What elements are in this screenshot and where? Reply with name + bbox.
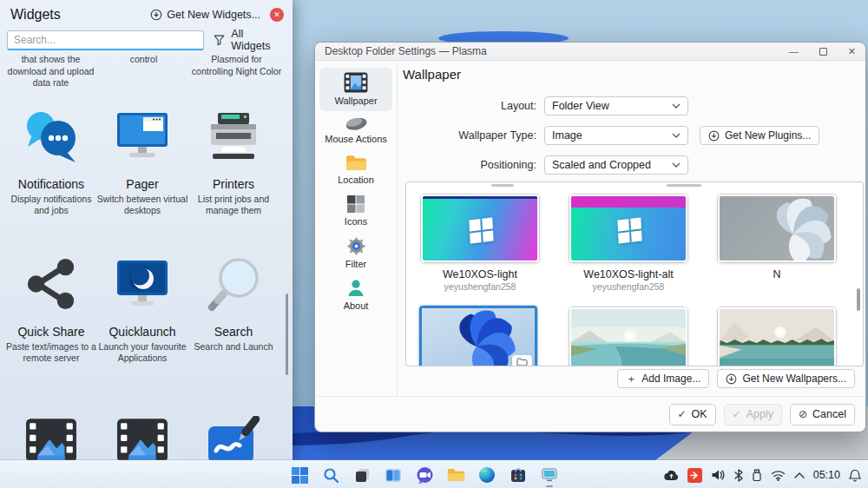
taskbar-clock[interactable]: 05:10 bbox=[813, 469, 840, 481]
layout-select[interactable]: Folder View bbox=[544, 96, 688, 115]
wallpaper-thumb-landscape[interactable] bbox=[718, 307, 836, 366]
maximize-button[interactable] bbox=[819, 48, 827, 56]
dialog-sidebar: Wallpaper Mouse Actions Location bbox=[315, 62, 398, 396]
ok-button[interactable]: ✓ OK bbox=[669, 404, 716, 425]
wallpaper-thumb-n[interactable] bbox=[718, 195, 836, 262]
wallpaper-type-select[interactable]: Image bbox=[544, 126, 688, 145]
add-image-button[interactable]: ＋ Add Image... bbox=[617, 369, 709, 388]
wallpaper-type-label: Wallpaper Type: bbox=[406, 129, 536, 142]
notification-bell-icon[interactable] bbox=[849, 469, 861, 482]
widget-description: Paste text/images to a remote server bbox=[5, 341, 97, 365]
sidebar-item-filter[interactable]: Filter bbox=[319, 232, 392, 274]
all-widgets-label: All Widgets bbox=[231, 28, 284, 52]
cloud-sync-tray-icon[interactable] bbox=[664, 470, 679, 481]
wallpaper-thumb-selected[interactable] bbox=[419, 306, 537, 366]
get-new-wallpapers-button[interactable]: Get New Wallpapers... bbox=[717, 369, 855, 388]
close-button[interactable]: ✕ bbox=[848, 47, 856, 56]
sidebar-item-icons[interactable]: Icons bbox=[319, 190, 392, 232]
widget-item-partial[interactable] bbox=[187, 401, 279, 460]
get-new-widgets-button[interactable]: Get New Widgets... bbox=[150, 9, 260, 21]
start-button[interactable] bbox=[290, 465, 309, 485]
dialog-titlebar[interactable]: Desktop Folder Settings — Plasma — ✕ bbox=[315, 43, 865, 61]
widgets-search-row: All Widgets bbox=[0, 24, 293, 52]
printer-icon bbox=[187, 97, 279, 175]
layout-label: Layout: bbox=[406, 100, 536, 112]
close-widgets-panel-button[interactable]: ✕ bbox=[270, 8, 284, 22]
windows-logo bbox=[617, 217, 641, 243]
download-circle-icon bbox=[150, 9, 162, 21]
taskbar: 05:10 bbox=[0, 460, 868, 488]
ok-label: OK bbox=[692, 408, 707, 420]
wallpaper-name: N bbox=[716, 268, 838, 280]
widgets-panel-scrollbar[interactable] bbox=[286, 293, 288, 375]
wallpaper-thumb-we10xos-light[interactable] bbox=[421, 195, 539, 262]
display-settings-icon[interactable] bbox=[540, 465, 559, 485]
apply-label: Apply bbox=[746, 408, 773, 420]
sidebar-item-wallpaper[interactable]: Wallpaper bbox=[319, 68, 392, 111]
wallpaper-thumb-landscape[interactable] bbox=[569, 307, 687, 366]
widget-item-notifications[interactable]: Notifications Display notifications and … bbox=[5, 97, 97, 217]
wifi-icon[interactable] bbox=[771, 470, 786, 481]
wallpaper-grid-scrollbar[interactable] bbox=[857, 288, 860, 311]
widgets-panel-title: Widgets bbox=[10, 7, 61, 23]
file-explorer-icon[interactable] bbox=[446, 465, 465, 485]
check-icon: ✓ bbox=[733, 409, 741, 419]
widget-item-pager[interactable]: Pager Switch between virtual desktops bbox=[96, 97, 188, 217]
media-frame-icon bbox=[5, 401, 97, 460]
sidebar-item-label: Filter bbox=[345, 259, 366, 269]
widget-name: Pager bbox=[96, 177, 188, 191]
wallpaper-grid: We10XOS-light yeyushengfan258 We10XOS-li… bbox=[405, 181, 864, 366]
widget-name: Printers bbox=[187, 177, 279, 191]
widgets-panel: Widgets Get New Widgets... ✕ All Widgets… bbox=[0, 0, 293, 460]
task-view-icon[interactable] bbox=[352, 465, 372, 485]
share-nodes-icon bbox=[5, 245, 97, 323]
widget-item-quick-share[interactable]: Quick Share Paste text/images to a remot… bbox=[5, 245, 97, 365]
split-view-icon[interactable] bbox=[384, 465, 403, 485]
widget-description: Launch your favourite Applications bbox=[96, 341, 188, 365]
usb-device-icon[interactable] bbox=[752, 469, 762, 482]
widgets-search-input[interactable] bbox=[7, 30, 204, 50]
app-store-icon[interactable] bbox=[509, 465, 528, 485]
download-circle-icon bbox=[726, 373, 737, 385]
bluetooth-icon[interactable] bbox=[734, 469, 743, 482]
get-new-wallpapers-label: Get New Wallpapers... bbox=[742, 373, 846, 385]
get-new-widgets-label: Get New Widgets... bbox=[167, 9, 260, 21]
dialog-footer: ✓ OK ✓ Apply ⊘ Cancel bbox=[315, 396, 865, 432]
red-share-tray-icon[interactable] bbox=[687, 468, 702, 483]
volume-icon[interactable] bbox=[711, 469, 726, 481]
chevron-up-icon[interactable] bbox=[794, 472, 805, 478]
sidebar-item-label: Location bbox=[338, 175, 374, 185]
cancel-button[interactable]: ⊘ Cancel bbox=[790, 404, 855, 425]
all-widgets-filter-button[interactable]: All Widgets bbox=[213, 28, 284, 52]
edge-browser-icon[interactable] bbox=[477, 465, 496, 485]
widget-item-printers[interactable]: Printers List print jobs and manage them bbox=[187, 97, 279, 217]
video-chat-icon[interactable] bbox=[415, 465, 434, 485]
widget-item-partial[interactable] bbox=[5, 401, 97, 460]
widget-item-quicklaunch[interactable]: Quicklaunch Launch your favourite Applic… bbox=[96, 245, 188, 365]
plus-icon: ＋ bbox=[626, 373, 636, 384]
media-frame-icon bbox=[96, 401, 188, 460]
apply-button[interactable]: ✓ Apply bbox=[724, 404, 782, 425]
check-icon: ✓ bbox=[678, 409, 687, 419]
open-containing-folder-button[interactable] bbox=[512, 355, 532, 366]
sidebar-item-mouse-actions[interactable]: Mouse Actions bbox=[319, 111, 392, 149]
widget-item-search[interactable]: Search Search and Launch bbox=[187, 245, 279, 353]
widgets-partial-row: that shows the download and upload data … bbox=[5, 54, 288, 89]
chevron-down-icon bbox=[672, 133, 681, 138]
sidebar-item-label: Wallpaper bbox=[334, 96, 377, 106]
sidebar-item-about[interactable]: About bbox=[319, 274, 392, 316]
cancel-slash-icon: ⊘ bbox=[799, 409, 807, 419]
sidebar-item-label: Mouse Actions bbox=[325, 134, 387, 144]
minimize-button[interactable]: — bbox=[789, 47, 799, 56]
get-new-plugins-label: Get New Plugins... bbox=[725, 129, 811, 142]
widget-item-partial[interactable] bbox=[96, 401, 188, 460]
get-new-plugins-button[interactable]: Get New Plugins... bbox=[700, 126, 819, 145]
sidebar-item-location[interactable]: Location bbox=[319, 149, 392, 190]
wallpaper-author: yeyushengfan258 bbox=[419, 281, 541, 292]
sidebar-item-label: About bbox=[344, 300, 369, 311]
positioning-select[interactable]: Scaled and Cropped bbox=[544, 155, 688, 175]
add-image-label: Add Image... bbox=[641, 373, 700, 385]
wallpaper-author: yeyushengfan258 bbox=[568, 281, 689, 292]
taskbar-search-icon[interactable] bbox=[321, 465, 340, 485]
wallpaper-thumb-we10xos-light-alt[interactable] bbox=[569, 195, 687, 262]
